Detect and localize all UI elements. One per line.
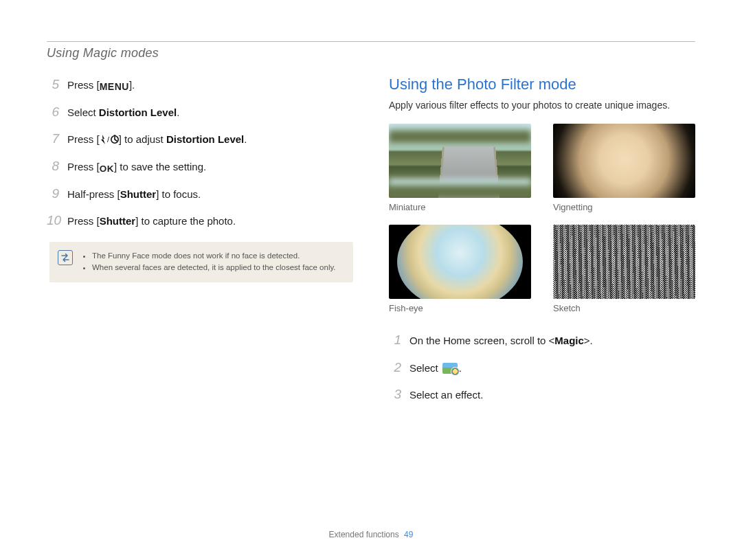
step-number: 2: [389, 359, 409, 377]
photo-filter-icon: [442, 363, 458, 374]
step-3: 3 Select an effect.: [389, 385, 695, 403]
menu-icon: MENU: [100, 82, 129, 92]
step-number: 3: [389, 385, 409, 403]
page-number: 49: [404, 530, 413, 539]
thumb-caption: Vignetting: [553, 202, 695, 212]
right-column: Using the Photo Filter mode Apply variou…: [389, 76, 695, 413]
thumb-caption: Fish-eye: [389, 303, 531, 313]
sample-image: [389, 225, 531, 299]
step-number: 5: [47, 76, 67, 93]
step-6: 6 Select Distortion Level.: [47, 103, 353, 121]
thumb-sketch: Sketch: [553, 225, 695, 313]
step-number: 9: [47, 185, 67, 203]
page-footer: Extended functions 49: [0, 530, 742, 539]
note-item: The Funny Face mode does not work if no …: [92, 250, 336, 262]
flash-timer-icon: /: [100, 135, 119, 145]
thumb-caption: Miniature: [389, 202, 531, 212]
step-10: 10 Press [Shutter] to capture the photo.: [47, 212, 353, 229]
left-column: 5 Press [MENU]. 6 Select Distortion Leve…: [47, 76, 353, 413]
svg-rect-2: [113, 135, 115, 137]
thumb-caption: Sketch: [553, 303, 695, 313]
step-number: 6: [47, 103, 67, 121]
sample-image: [553, 225, 695, 299]
step-number: 7: [47, 130, 67, 148]
step-number: 10: [47, 212, 67, 229]
thumb-vignetting: Vignetting: [553, 124, 695, 212]
sample-image: [389, 124, 531, 198]
note-icon: [58, 250, 73, 265]
step-5: 5 Press [MENU].: [47, 76, 353, 93]
step-number: 8: [47, 157, 67, 175]
ok-icon: OK: [100, 164, 114, 175]
note-box: The Funny Face mode does not work if no …: [49, 242, 353, 282]
step-number: 1: [389, 331, 409, 349]
step-9: 9 Half-press [Shutter] to focus.: [47, 185, 353, 203]
lead-text: Apply various filter effects to your pho…: [389, 99, 695, 111]
step-1: 1 On the Home screen, scroll to <Magic>.: [389, 331, 695, 349]
step-8: 8 Press [OK] to save the setting.: [47, 157, 353, 175]
note-item: When several faces are detected, it is a…: [92, 262, 336, 273]
svg-text:/: /: [107, 135, 110, 144]
step-2: 2 Select .: [389, 359, 695, 377]
footer-label: Extended functions: [329, 530, 399, 539]
subsection-title: Using the Photo Filter mode: [389, 76, 695, 93]
step-7: 7 Press [ / ] to adjust Distortion Level…: [47, 130, 353, 148]
thumb-miniature: Miniature: [389, 124, 531, 212]
sample-image: [553, 124, 695, 198]
thumb-fisheye: Fish-eye: [389, 225, 531, 313]
section-header: Using Magic modes: [47, 46, 695, 60]
